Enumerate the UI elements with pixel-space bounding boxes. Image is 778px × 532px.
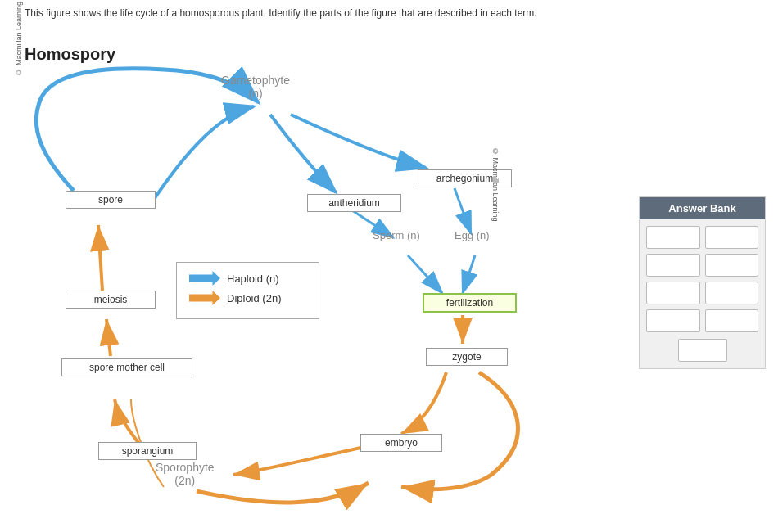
copyright-side: © Macmillan Learning <box>491 147 500 222</box>
answer-bank-item[interactable] <box>646 309 700 332</box>
legend: Haploid (n) Diploid (2n) <box>176 262 319 319</box>
answer-bank-item[interactable] <box>705 226 759 249</box>
answer-bank-item[interactable] <box>705 254 759 277</box>
answer-bank-item[interactable] <box>705 309 759 332</box>
spore-box: spore <box>66 191 156 209</box>
embryo-box: embryo <box>360 434 442 452</box>
sporophyte-label: Sporophyte (2n) <box>156 461 215 487</box>
title-homospory: Homospory <box>25 45 115 64</box>
instruction-text: This figure shows the life cycle of a ho… <box>25 7 581 20</box>
page-container: © Macmillan Learning This figure shows t… <box>0 0 778 532</box>
diploid-label: Diploid (2n) <box>227 292 281 304</box>
spore-mother-cell-box: spore mother cell <box>61 358 192 376</box>
answer-bank-title: Answer Bank <box>640 197 765 219</box>
sporangium-box: sporangium <box>98 442 197 460</box>
legend-haploid: Haploid (n) <box>189 271 306 286</box>
answer-bank-bottom <box>640 339 765 368</box>
answer-bank-item[interactable] <box>646 282 700 304</box>
fertilization-box: fertilization <box>423 293 517 313</box>
answer-bank-item[interactable] <box>705 282 759 304</box>
copyright-top: © Macmillan Learning <box>15 2 23 76</box>
gametophyte-label: Gametophyte (n) <box>221 74 290 100</box>
diploid-arrow-icon <box>189 291 220 305</box>
zygote-box: zygote <box>426 348 508 366</box>
haploid-label: Haploid (n) <box>227 273 279 285</box>
sperm-label: Sperm (n) <box>373 229 420 241</box>
antheridium-box: antheridium <box>307 194 401 212</box>
answer-bank-item[interactable] <box>646 226 700 249</box>
answer-bank-grid <box>640 219 765 339</box>
answer-bank-item[interactable] <box>646 254 700 277</box>
haploid-arrow-icon <box>189 271 220 286</box>
answer-bank-item[interactable] <box>678 339 727 362</box>
meiosis-box: meiosis <box>66 291 156 309</box>
answer-bank: Answer Bank <box>639 196 766 369</box>
legend-diploid: Diploid (2n) <box>189 291 306 305</box>
egg-label: Egg (n) <box>455 229 490 241</box>
